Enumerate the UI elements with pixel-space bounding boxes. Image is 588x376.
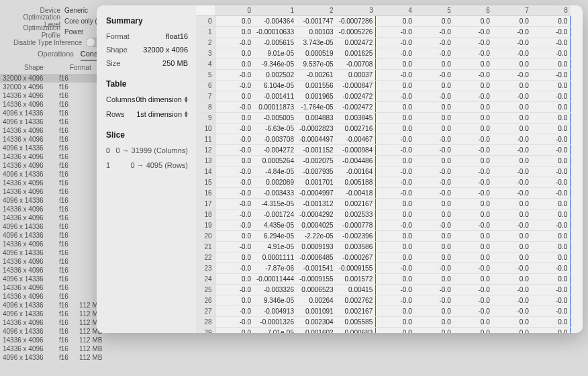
grid-cell[interactable]: -0.0 (493, 295, 532, 306)
grid-cell[interactable]: -0.0 (215, 145, 254, 156)
grid-cell[interactable]: -0.0 (454, 220, 493, 231)
grid-cell[interactable]: 0.0 (215, 113, 254, 124)
grid-cell[interactable]: -0.0 (493, 145, 532, 156)
grid-cell[interactable]: 0.0 (415, 59, 454, 70)
grid-cell[interactable]: -0.0 (376, 167, 415, 177)
grid-cell[interactable]: 4.91e-05 (254, 242, 297, 252)
grid-cell[interactable]: -0.0 (493, 188, 532, 199)
grid-cell[interactable]: -0.0 (376, 263, 415, 274)
grid-cell[interactable]: -0.0 (376, 295, 415, 306)
grid-cell[interactable]: -0.0 (415, 220, 454, 231)
grid-cell[interactable]: -0.0004292 (297, 209, 336, 220)
grid-cell[interactable]: -0.0 (215, 209, 254, 220)
grid-cell[interactable]: 0.0 (532, 252, 571, 263)
grid-cell[interactable]: 0.005188 (336, 177, 376, 188)
grid-cell[interactable]: -0.004913 (254, 306, 297, 317)
grid-cell[interactable]: -0.00708 (336, 59, 376, 70)
grid-cell[interactable]: 0.0 (493, 252, 532, 263)
grid-cell[interactable]: 0.0009193 (297, 242, 336, 252)
grid-cell[interactable]: -0.0 (493, 177, 532, 188)
tensor-grid-wrapper[interactable]: 01234567800.0-0.004364-0.001747-0.000728… (196, 5, 583, 333)
grid-cell[interactable]: -0.0 (532, 38, 571, 48)
grid-cell[interactable]: -0.0 (215, 167, 254, 177)
grid-cell[interactable]: -0.0002823 (297, 124, 336, 134)
grid-cell[interactable]: 0.0 (493, 199, 532, 209)
grid-cell[interactable]: 0.0 (376, 124, 415, 134)
grid-cell[interactable]: -9.346e-05 (254, 59, 297, 70)
grid-cell[interactable]: 0.0 (376, 59, 415, 70)
grid-cell[interactable]: -0.0 (376, 188, 415, 199)
grid-cell[interactable]: 0.002167 (336, 306, 376, 317)
grid-cell[interactable]: -0.0 (532, 48, 571, 59)
grid-cell[interactable]: -0.0001326 (254, 317, 297, 328)
grid-cell[interactable]: 0.004883 (297, 113, 336, 124)
grid-cell[interactable]: -0.00164 (336, 167, 376, 177)
grid-cell[interactable]: 0.0 (454, 252, 493, 263)
grid-cell[interactable]: 0.0 (215, 16, 254, 27)
grid-cell[interactable]: -0.0 (532, 306, 571, 317)
grid-cell[interactable]: 9.01e-05 (254, 48, 297, 59)
grid-cell[interactable]: 0.0 (376, 81, 415, 91)
grid-cell[interactable]: 0.0 (493, 113, 532, 124)
grid-cell[interactable]: -0.0 (376, 70, 415, 81)
grid-cell[interactable]: 0.0 (376, 252, 415, 263)
grid-cell[interactable]: 0.0 (415, 231, 454, 242)
grid-cell[interactable]: 0.0 (493, 16, 532, 27)
grid-cell[interactable]: 0.0 (454, 274, 493, 285)
grid-cell[interactable]: -0.003708 (254, 134, 297, 145)
grid-cell[interactable]: -0.0 (215, 81, 254, 91)
grid-cell[interactable]: 0.002089 (254, 177, 297, 188)
grid-cell[interactable]: 4.435e-05 (254, 220, 297, 231)
grid-cell[interactable]: 0.0 (376, 209, 415, 220)
grid-cell[interactable]: -0.0 (415, 38, 454, 48)
device-value[interactable]: Generic (64, 7, 88, 14)
grid-cell[interactable]: -0.0 (415, 328, 454, 334)
grid-cell[interactable]: 0.0 (454, 242, 493, 252)
grid-cell[interactable]: 0.0 (532, 113, 571, 124)
grid-cell[interactable]: -0.0 (215, 102, 254, 113)
grid-cell[interactable]: -0.0 (493, 263, 532, 274)
grid-cell[interactable]: 0.001572 (336, 274, 376, 285)
grid-cell[interactable]: -0.0 (415, 263, 454, 274)
grid-cell[interactable]: -0.0 (532, 295, 571, 306)
grid-cell[interactable]: 0.003845 (336, 113, 376, 124)
grid-cell[interactable]: 0.00037 (336, 70, 376, 81)
grid-cell[interactable]: -0.0 (376, 91, 415, 102)
grid-cell[interactable]: -0.0 (415, 70, 454, 81)
grid-cell[interactable]: 0.0 (454, 113, 493, 124)
grid-cell[interactable]: -0.0 (415, 27, 454, 38)
grid-cell[interactable]: -0.0 (532, 70, 571, 81)
grid-cell[interactable]: 0.0 (493, 81, 532, 91)
grid-cell[interactable]: -0.0 (493, 306, 532, 317)
grid-cell[interactable]: 0.0 (215, 48, 254, 59)
grid-cell[interactable]: -0.002472 (336, 91, 376, 102)
grid-cell[interactable]: 0.0 (215, 274, 254, 285)
grid-cell[interactable]: -0.00418 (336, 188, 376, 199)
list-item[interactable]: 14336 x 4096f16112 MB (0, 344, 121, 353)
grid-cell[interactable]: 0.0 (454, 124, 493, 134)
grid-cell[interactable]: -0.003326 (254, 285, 297, 295)
grid-cell[interactable]: 0.0 (415, 113, 454, 124)
grid-cell[interactable]: 9.346e-05 (254, 295, 297, 306)
grid-cell[interactable]: 0.0 (415, 317, 454, 328)
grid-cell[interactable]: -0.001411 (254, 91, 297, 102)
grid-cell[interactable]: 0.0 (532, 102, 571, 113)
grid-cell[interactable]: -0.0 (454, 145, 493, 156)
grid-cell[interactable]: 0.0 (532, 317, 571, 328)
grid-cell[interactable]: 0.0 (415, 252, 454, 263)
grid-cell[interactable]: 6.104e-05 (254, 81, 297, 91)
grid-cell[interactable]: -0.0 (376, 220, 415, 231)
grid-cell[interactable]: 0.0 (532, 274, 571, 285)
grid-cell[interactable]: -0.0 (493, 27, 532, 38)
grid-cell[interactable]: -0.0 (215, 285, 254, 295)
grid-cell[interactable]: -0.00261 (297, 70, 336, 81)
grid-cell[interactable]: 0.002304 (297, 317, 336, 328)
grid-cell[interactable]: 0.0 (532, 81, 571, 91)
grid-cell[interactable]: 0.0005264 (254, 156, 297, 167)
grid-cell[interactable]: 0.0 (493, 274, 532, 285)
grid-cell[interactable]: -0.0 (215, 177, 254, 188)
grid-cell[interactable]: 0.0 (493, 242, 532, 252)
grid-cell[interactable]: 0.0 (454, 16, 493, 27)
grid-cell[interactable]: -0.0 (215, 199, 254, 209)
slice1-value[interactable]: 0 → 4095 (Rows) (130, 161, 188, 169)
